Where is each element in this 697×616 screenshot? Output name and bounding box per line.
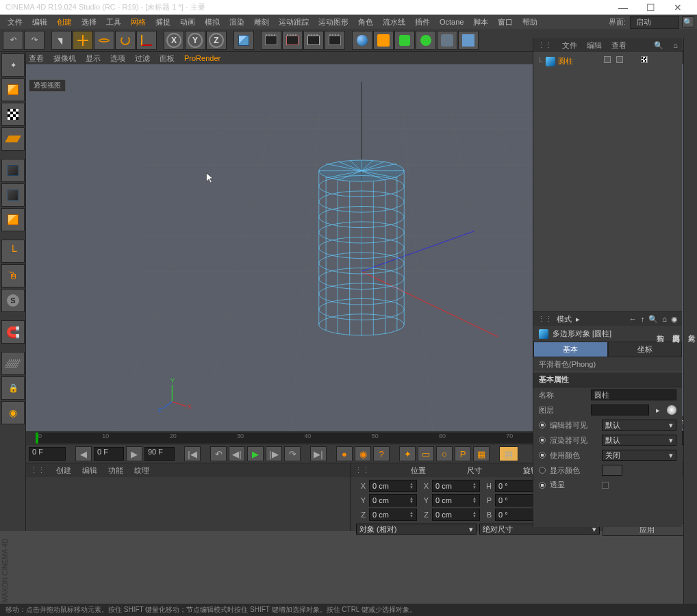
key-grid-button[interactable]: ▦ (473, 446, 490, 461)
right-dock-strip[interactable]: 对象内容浏览器构造 (683, 38, 697, 616)
render-queue-button[interactable] (325, 31, 345, 50)
om-view[interactable]: 查看 (611, 40, 626, 51)
layer-picker-icon[interactable] (667, 405, 676, 415)
om-edit[interactable]: 编辑 (587, 40, 602, 51)
editor-vis-dropdown[interactable]: 默认▾ (602, 420, 676, 431)
render-vis-radio[interactable] (539, 437, 546, 444)
range-end-field[interactable]: 90 F (144, 447, 175, 461)
render-vis-dropdown[interactable]: 默认▾ (602, 435, 676, 446)
snap-button[interactable]: 🖱 (1, 264, 25, 287)
xray-checkbox[interactable] (602, 482, 609, 489)
primitive-cube-button[interactable] (233, 31, 254, 50)
search-icon[interactable]: 🔍 (682, 16, 694, 27)
vp-menu-4[interactable]: 过滤 (135, 53, 150, 64)
texture-mode-button[interactable] (1, 103, 25, 126)
tab-coord[interactable]: 坐标 (608, 342, 683, 357)
rotate-tool[interactable] (115, 31, 136, 50)
mat-menu-纹理[interactable]: 纹理 (134, 465, 149, 476)
coord-Z-input[interactable]: 0 cm▲▼ (432, 509, 480, 521)
om-file[interactable]: 文件 (562, 40, 577, 51)
layout-button[interactable] (458, 31, 479, 50)
visibility-editor-dot[interactable] (604, 56, 611, 63)
usecolor-dropdown[interactable]: 关闭▾ (602, 450, 676, 461)
interface-dropdown[interactable]: 启动 (630, 16, 679, 29)
goto-end-button[interactable]: ▶| (310, 446, 327, 461)
generator-button[interactable] (394, 31, 415, 50)
deformer-button[interactable] (373, 31, 394, 50)
menu-脚本[interactable]: 脚本 (468, 16, 493, 29)
lock-button[interactable]: 🔒 (1, 376, 25, 400)
visibility-render-dot[interactable] (616, 56, 623, 63)
attr-lock-icon[interactable]: ◉ (671, 315, 678, 324)
model-mode-button[interactable] (1, 78, 25, 101)
menu-插件[interactable]: 插件 (410, 16, 435, 29)
menu-帮助[interactable]: 帮助 (518, 16, 542, 29)
attr-home-icon[interactable]: ⌂ (662, 315, 667, 323)
menu-流水线[interactable]: 流水线 (378, 16, 410, 29)
menu-运动跟踪[interactable]: 运动跟踪 (274, 16, 314, 29)
object-name[interactable]: 圆柱 (558, 56, 573, 66)
workplane-button[interactable] (1, 127, 25, 151)
object-tree[interactable]: └ 圆柱 (533, 52, 682, 312)
vp-menu-1[interactable]: 摄像机 (53, 53, 76, 64)
autokey-button[interactable]: ◉ (355, 446, 371, 461)
timeline-button[interactable]: ▤ (499, 446, 518, 461)
key-rot-button[interactable]: ○ (436, 446, 453, 461)
select-tool[interactable] (51, 31, 72, 50)
material-sphere-button[interactable] (352, 31, 372, 50)
vp-menu-6[interactable]: ProRender (184, 54, 220, 62)
menu-捕捉[interactable]: 捕捉 (151, 16, 175, 29)
menu-角色[interactable]: 角色 (353, 16, 378, 29)
key-scale-button[interactable]: ▭ (418, 446, 434, 461)
prop-name-input[interactable]: 圆柱 (591, 389, 676, 400)
menu-窗口[interactable]: 窗口 (493, 16, 518, 29)
tab-basic[interactable]: 基本 (533, 342, 608, 357)
undo-button[interactable]: ↶ (3, 31, 23, 50)
render-settings-button[interactable] (303, 31, 324, 50)
polygon-mode-button[interactable] (1, 208, 25, 231)
play-button[interactable]: ▶ (247, 446, 264, 461)
menu-动画[interactable]: 动画 (175, 16, 200, 29)
menu-网格[interactable]: 网格 (126, 16, 151, 29)
goto-start-button[interactable]: |◀ (184, 446, 201, 461)
coord-X-input[interactable]: 0 cm▲▼ (432, 480, 480, 492)
menu-文件[interactable]: 文件 (3, 16, 27, 29)
attr-search-icon[interactable]: 🔍 (648, 315, 658, 324)
isoline-button[interactable]: ◉ (1, 401, 25, 424)
mat-menu-功能[interactable]: 功能 (108, 465, 123, 476)
x-axis-toggle[interactable]: X (164, 31, 184, 50)
frame-start-field[interactable]: 0 F (29, 447, 66, 461)
step-fwd-button[interactable]: |▶ (266, 446, 282, 461)
attr-mode[interactable]: 模式 (557, 314, 572, 324)
vp-menu-0[interactable]: 查看 (29, 53, 44, 64)
keyframe-help-button[interactable]: ? (373, 446, 390, 461)
attr-back-icon[interactable]: ← (629, 315, 637, 323)
vp-menu-2[interactable]: 显示 (86, 53, 101, 64)
xray-radio[interactable] (539, 482, 546, 489)
move-tool[interactable] (73, 31, 93, 50)
menu-Octane[interactable]: Octane (435, 16, 468, 27)
key-param-button[interactable]: P (455, 446, 471, 461)
magnet-button[interactable]: 🧲 (1, 320, 25, 344)
menu-模拟[interactable]: 模拟 (200, 16, 225, 29)
menu-创建[interactable]: 创建 (52, 16, 77, 29)
point-mode-button[interactable] (1, 159, 25, 182)
layer-menu-icon[interactable]: ▸ (653, 406, 663, 415)
render-view-button[interactable] (261, 31, 281, 50)
axis-center-button[interactable]: └ (1, 240, 25, 263)
menu-编辑[interactable]: 编辑 (27, 16, 52, 29)
record-button[interactable]: ● (336, 446, 353, 461)
step-back-key-button[interactable]: ↶ (210, 446, 227, 461)
render-region-button[interactable] (282, 31, 303, 50)
coord-X-input[interactable]: 0 cm▲▼ (369, 480, 417, 492)
editor-vis-radio[interactable] (539, 422, 546, 428)
menu-选择[interactable]: 选择 (77, 16, 101, 29)
menu-工具[interactable]: 工具 (101, 16, 126, 29)
vp-menu-5[interactable]: 面板 (160, 53, 175, 64)
vp-menu-3[interactable]: 选项 (110, 53, 125, 64)
z-axis-toggle[interactable]: Z (206, 31, 227, 50)
make-editable-button[interactable]: ✦ (1, 53, 25, 77)
range-prev-button[interactable]: ◀ (75, 446, 92, 461)
close-button[interactable]: ✕ (664, 2, 692, 13)
maximize-button[interactable]: ☐ (637, 2, 664, 13)
